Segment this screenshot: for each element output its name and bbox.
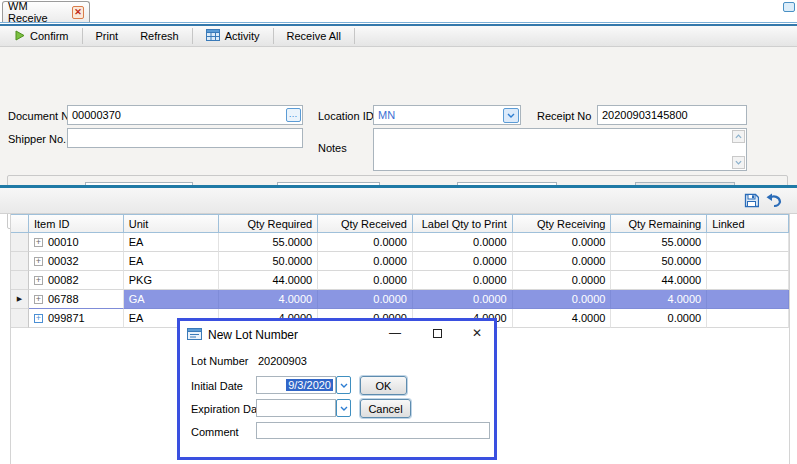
table-row[interactable]: +00032EA50.00000.00000.00000.000050.0000 bbox=[11, 252, 789, 271]
wm-receive-window: WM Receive ✕ Confirm Print Refresh bbox=[0, 0, 797, 464]
toolbar-separator bbox=[354, 28, 355, 44]
row-indicator bbox=[11, 233, 29, 252]
column-header-linked[interactable]: Linked bbox=[707, 214, 789, 233]
table-row[interactable]: ▶+06788GA4.00000.00000.00000.00004.0000 bbox=[11, 290, 789, 309]
cell-qty-receiving: 0.0000 bbox=[513, 271, 612, 290]
document-no-field[interactable]: 00000370 … bbox=[67, 105, 303, 125]
cell-qty-receiving: 4.0000 bbox=[513, 309, 612, 328]
cell-linked bbox=[707, 271, 789, 290]
cell-qty-required: 4.0000 bbox=[219, 290, 318, 309]
cell-linked bbox=[707, 252, 789, 271]
tab-wm-receive[interactable]: WM Receive ✕ bbox=[2, 1, 90, 22]
comment-label: Comment bbox=[191, 426, 239, 438]
expand-plus-icon[interactable]: + bbox=[34, 295, 43, 304]
form-icon bbox=[187, 328, 202, 342]
location-id-dropdown[interactable]: MN bbox=[373, 105, 521, 125]
cell-unit: GA bbox=[124, 290, 220, 309]
initial-date-field[interactable]: 9/3/2020 bbox=[256, 376, 336, 394]
item-id-text: 00010 bbox=[48, 236, 79, 248]
lot-number-value: 20200903 bbox=[258, 355, 307, 367]
expiration-date-chevron-down-icon[interactable] bbox=[336, 399, 351, 417]
column-header-qty-required[interactable]: Qty Required bbox=[219, 214, 318, 233]
chevron-down-icon[interactable] bbox=[503, 108, 519, 123]
row-indicator: ▶ bbox=[11, 290, 29, 309]
cell-item-id: +099871 bbox=[29, 309, 124, 328]
play-icon bbox=[15, 30, 25, 43]
grid-header: Item IDUnitQty RequiredQty ReceivedLabel… bbox=[11, 214, 789, 233]
document-no-browse-icon[interactable]: … bbox=[286, 108, 301, 122]
expand-plus-icon[interactable]: + bbox=[34, 238, 43, 247]
shipper-no-label: Shipper No. bbox=[8, 133, 66, 145]
cell-qty-received: 0.0000 bbox=[318, 290, 413, 309]
expand-plus-icon[interactable]: + bbox=[34, 257, 43, 266]
comment-input[interactable] bbox=[256, 422, 490, 439]
receipt-no-value: 20200903145800 bbox=[602, 109, 688, 121]
ok-label: OK bbox=[376, 380, 392, 392]
cell-item-id: +00010 bbox=[29, 233, 124, 252]
initial-date-value: 9/3/2020 bbox=[286, 379, 333, 391]
cell-label-qty-to-print: 0.0000 bbox=[413, 271, 513, 290]
tab-title: WM Receive bbox=[8, 0, 66, 24]
cell-item-id: +00032 bbox=[29, 252, 124, 271]
row-indicator bbox=[11, 252, 29, 271]
scroll-down-icon[interactable] bbox=[732, 156, 745, 169]
column-header-item-id[interactable]: Item ID bbox=[29, 214, 124, 233]
dialog-titlebar[interactable]: New Lot Number — ✕ bbox=[180, 321, 494, 347]
column-header-qty-remaining[interactable]: Qty Remaining bbox=[611, 214, 707, 233]
tab-close-icon[interactable]: ✕ bbox=[72, 6, 84, 19]
cell-qty-received: 0.0000 bbox=[318, 233, 413, 252]
expiration-date-field[interactable] bbox=[256, 399, 336, 417]
shipper-no-field[interactable] bbox=[67, 128, 303, 148]
print-label: Print bbox=[96, 30, 119, 42]
tab-scroll-button[interactable] bbox=[783, 2, 795, 12]
close-icon[interactable]: ✕ bbox=[468, 324, 486, 342]
notes-textarea[interactable] bbox=[373, 128, 747, 171]
maximize-icon[interactable] bbox=[428, 324, 446, 342]
location-id-label: Location ID bbox=[318, 110, 374, 122]
cell-unit: EA bbox=[124, 233, 220, 252]
cell-qty-remaining: 0.0000 bbox=[611, 309, 707, 328]
confirm-button[interactable]: Confirm bbox=[4, 26, 80, 46]
cell-linked bbox=[707, 309, 789, 328]
minimize-icon[interactable]: — bbox=[386, 324, 404, 342]
receive-all-button[interactable]: Receive All bbox=[276, 26, 352, 46]
column-header-label-qty-to-print[interactable]: Label Qty to Print bbox=[413, 214, 513, 233]
cell-label-qty-to-print: 0.0000 bbox=[413, 233, 513, 252]
expand-plus-icon[interactable]: + bbox=[34, 276, 43, 285]
cell-label-qty-to-print: 0.0000 bbox=[413, 252, 513, 271]
undo-icon[interactable] bbox=[766, 193, 783, 210]
column-header-qty-received[interactable]: Qty Received bbox=[318, 214, 413, 233]
table-row[interactable]: +00010EA55.00000.00000.00000.000055.0000 bbox=[11, 233, 789, 252]
new-lot-number-dialog: New Lot Number — ✕ Lot Number 20200903 I… bbox=[177, 318, 497, 460]
grid-toolbar bbox=[0, 188, 797, 214]
notes-label: Notes bbox=[318, 142, 347, 154]
cell-qty-receiving: 0.0000 bbox=[513, 233, 612, 252]
column-header-unit[interactable]: Unit bbox=[124, 214, 220, 233]
initial-date-chevron-down-icon[interactable] bbox=[336, 376, 351, 394]
cell-qty-remaining: 44.0000 bbox=[611, 271, 707, 290]
expand-plus-icon[interactable]: + bbox=[34, 314, 43, 323]
header-form: Document No 00000370 … Shipper No. Locat… bbox=[0, 47, 797, 185]
cell-qty-remaining: 4.0000 bbox=[611, 290, 707, 309]
receipt-no-label: Receipt No bbox=[537, 110, 591, 122]
cancel-button[interactable]: Cancel bbox=[360, 399, 411, 418]
item-id-text: 00082 bbox=[48, 274, 79, 286]
cancel-label: Cancel bbox=[368, 403, 402, 415]
lot-number-label: Lot Number bbox=[191, 355, 248, 367]
scroll-up-icon[interactable] bbox=[732, 130, 745, 143]
table-row[interactable]: +00082PKG44.00000.00000.00000.000044.000… bbox=[11, 271, 789, 290]
ok-button[interactable]: OK bbox=[360, 376, 407, 395]
activity-button[interactable]: Activity bbox=[195, 26, 271, 46]
save-icon[interactable] bbox=[744, 193, 759, 210]
print-button[interactable]: Print bbox=[85, 26, 130, 46]
row-indicator-header bbox=[11, 214, 29, 233]
receipt-no-field[interactable]: 20200903145800 bbox=[597, 105, 747, 125]
main-toolbar: Confirm Print Refresh Activity Rec bbox=[0, 26, 797, 47]
refresh-button[interactable]: Refresh bbox=[129, 26, 190, 46]
cell-qty-receiving: 0.0000 bbox=[513, 252, 612, 271]
cell-qty-received: 0.0000 bbox=[318, 271, 413, 290]
initial-date-label: Initial Date bbox=[191, 380, 243, 392]
item-id-text: 00032 bbox=[48, 255, 79, 267]
column-header-qty-receiving[interactable]: Qty Receiving bbox=[513, 214, 612, 233]
row-indicator bbox=[11, 309, 29, 328]
